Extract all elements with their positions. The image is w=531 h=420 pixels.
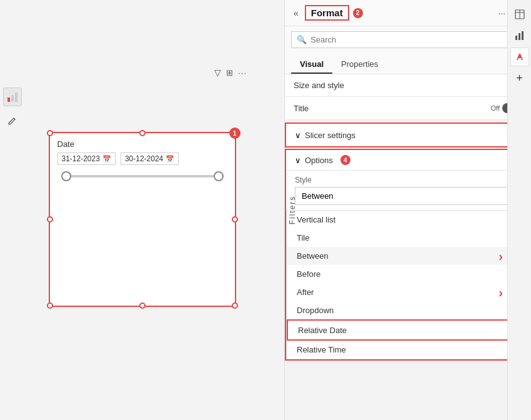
canvas-toolbar: ▽ ⊞ ··· xyxy=(214,68,247,78)
format-panel: « Format 2 ··· » 🔍 Visual Properties ···… xyxy=(284,0,531,420)
svg-rect-1 xyxy=(11,95,14,102)
format-badge-2: 2 xyxy=(353,8,363,18)
tab-properties[interactable]: Properties xyxy=(332,56,387,74)
options-label: Options xyxy=(305,156,333,165)
end-calendar-icon[interactable]: 📅 xyxy=(166,155,174,163)
collapse-button[interactable]: « xyxy=(291,7,301,19)
item-label-vertical-list: Vertical list xyxy=(297,215,335,224)
svg-rect-6 xyxy=(515,36,517,40)
dropdown-item-after[interactable]: After › xyxy=(287,283,529,301)
selected-style-value: Between xyxy=(302,191,334,201)
svg-rect-2 xyxy=(15,92,17,102)
size-style-section[interactable]: Size and style › xyxy=(285,74,531,97)
style-dropdown[interactable]: Between ∧ xyxy=(295,187,521,205)
title-section[interactable]: Title Off xyxy=(285,97,531,120)
sidebar-chart-icon[interactable] xyxy=(3,88,22,106)
svg-rect-8 xyxy=(522,31,524,40)
tab-row: Visual Properties ··· xyxy=(285,53,531,74)
item-label-tile: Tile xyxy=(297,233,309,242)
item-label-after: After xyxy=(297,288,314,297)
slicer-settings-label: Slicer settings xyxy=(305,131,355,140)
tabs: Visual Properties xyxy=(291,56,387,74)
search-icon: 🔍 xyxy=(297,35,307,44)
resize-handle-bc[interactable] xyxy=(139,302,146,309)
start-calendar-icon[interactable]: 📅 xyxy=(102,155,111,163)
options-chevron: ∨ xyxy=(295,156,301,165)
slicer-widget: 1 Date 31-12-2023 📅 30-12-2024 📅 xyxy=(49,132,236,307)
tab-visual[interactable]: Visual xyxy=(291,56,332,74)
resize-handle-mr[interactable] xyxy=(232,216,238,222)
left-sidebar xyxy=(0,0,25,420)
dropdown-item-relative-time[interactable]: Relative Time xyxy=(287,341,529,359)
range-slider[interactable] xyxy=(50,175,235,178)
item-label-before: Before xyxy=(297,269,320,279)
size-style-label: Size and style xyxy=(294,81,344,90)
resize-handle-br[interactable] xyxy=(232,302,238,309)
dropdown-item-between[interactable]: Between › xyxy=(287,247,529,265)
toggle-off-label: Off xyxy=(491,104,500,112)
svg-rect-7 xyxy=(519,33,520,40)
dropdown-item-vertical-list[interactable]: Vertical list xyxy=(287,211,529,229)
scroll-right-arrow-1: › xyxy=(499,249,503,264)
style-label: Style xyxy=(295,176,521,184)
end-date-input[interactable]: 30-12-2024 📅 xyxy=(121,152,179,165)
more-options-icon[interactable]: ··· xyxy=(238,68,247,78)
rs-plus-icon[interactable]: + xyxy=(510,69,529,88)
format-header: « Format 2 ··· » xyxy=(285,0,531,26)
resize-handle-bl[interactable] xyxy=(47,302,53,309)
rs-table-icon[interactable] xyxy=(510,5,529,24)
slider-thumb-right[interactable] xyxy=(214,171,224,181)
start-date-value: 31-12-2023 xyxy=(62,154,100,163)
search-input[interactable] xyxy=(310,35,519,44)
slicer-settings-header[interactable]: ∨ Slicer settings 3 xyxy=(285,122,531,148)
slicer-dates: 31-12-2023 📅 30-12-2024 📅 xyxy=(50,152,235,165)
dropdown-item-tile[interactable]: Tile xyxy=(287,229,529,247)
dropdown-item-relative-date[interactable]: Relative Date 5 xyxy=(287,319,529,341)
resize-handle-tc[interactable] xyxy=(139,130,146,136)
canvas-area: ▽ ⊞ ··· 1 Date 31-12-2023 📅 30-12-2024 📅 xyxy=(0,0,284,420)
item-label-dropdown: Dropdown xyxy=(297,306,334,315)
slicer-badge-1: 1 xyxy=(229,128,241,139)
title-section-label: Title xyxy=(294,104,309,113)
options-badge: 4 xyxy=(340,155,350,165)
item-label-between: Between xyxy=(297,251,329,261)
end-date-value: 30-12-2024 xyxy=(125,154,163,163)
resize-handle-tl[interactable] xyxy=(47,130,53,136)
format-title: Format xyxy=(305,5,349,21)
item-label-relative-time: Relative Time xyxy=(297,345,346,354)
options-header[interactable]: ∨ Options 4 xyxy=(286,150,530,171)
start-date-input[interactable]: 31-12-2023 📅 xyxy=(57,152,116,165)
sidebar-pencil-icon[interactable] xyxy=(3,111,22,130)
slicer-settings-left: ∨ Slicer settings xyxy=(295,131,355,140)
slider-track xyxy=(62,175,222,178)
dropdown-item-dropdown[interactable]: Dropdown xyxy=(287,301,529,319)
format-sections: Size and style › Title Off ∨ Slicer sett… xyxy=(285,74,531,420)
options-section: ∨ Options 4 Style Between ∧ Vertical lis… xyxy=(285,149,531,361)
dropdown-item-before[interactable]: Before xyxy=(287,265,529,283)
filters-tab[interactable]: Filters xyxy=(288,196,297,225)
slicer-settings-chevron: ∨ xyxy=(295,131,301,140)
slider-thumb-left[interactable] xyxy=(61,171,71,181)
slider-fill xyxy=(62,175,222,178)
rs-format-icon[interactable] xyxy=(510,48,529,66)
rs-chart-icon[interactable] xyxy=(510,26,529,45)
dropdown-list: Vertical list Tile Between › Before Afte… xyxy=(286,210,530,359)
item-label-relative-date: Relative Date xyxy=(298,326,347,335)
expand-icon[interactable]: ⊞ xyxy=(226,68,233,78)
scroll-right-arrow-2: › xyxy=(499,286,503,300)
header-more-icon[interactable]: ··· xyxy=(495,6,509,20)
header-left: « Format 2 xyxy=(291,5,363,21)
right-sidebar: + xyxy=(507,0,531,420)
style-section: Style Between ∧ xyxy=(286,171,530,210)
resize-handle-ml[interactable] xyxy=(47,216,53,222)
search-bar[interactable]: 🔍 xyxy=(291,31,525,48)
filter-icon[interactable]: ▽ xyxy=(214,68,221,78)
svg-rect-0 xyxy=(7,98,10,102)
